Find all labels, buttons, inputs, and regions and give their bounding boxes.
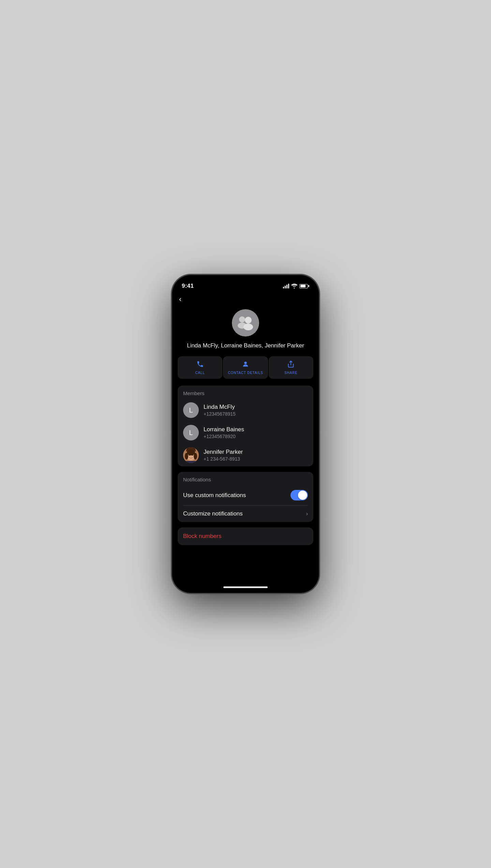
- battery-icon: [299, 284, 309, 288]
- customize-notifications-row[interactable]: Customize notifications ›: [178, 506, 313, 522]
- member-name-lorraine: Lorraine Baines: [204, 426, 308, 433]
- svg-point-13: [187, 449, 195, 455]
- status-bar: 9:41: [172, 275, 319, 292]
- person-icon: [242, 360, 249, 370]
- contact-details-label: CONTACT DETAILS: [228, 371, 263, 375]
- share-icon: [287, 360, 295, 370]
- custom-notifications-label: Use custom notifications: [183, 492, 246, 499]
- member-info-linda: Linda McFly +12345678915: [204, 404, 308, 417]
- phone-frame: 9:41: [172, 275, 319, 593]
- jennifer-photo: [183, 447, 199, 463]
- block-section: Block numbers: [178, 527, 313, 545]
- block-numbers-label: Block numbers: [183, 533, 221, 540]
- member-avatar-lorraine: L: [183, 425, 199, 440]
- member-item-linda[interactable]: L Linda McFly +12345678915: [178, 399, 313, 421]
- home-bar: [223, 586, 268, 588]
- member-avatar-jennifer: [183, 447, 199, 463]
- call-label: CALL: [195, 371, 205, 375]
- member-info-jennifer: Jennifer Parker +1 234-567-8913: [204, 449, 308, 462]
- main-content: ‹ Linda McFly: [172, 292, 319, 581]
- signal-icon: [283, 284, 289, 288]
- members-title: Members: [178, 386, 313, 399]
- member-info-lorraine: Lorraine Baines +12345678920: [204, 426, 308, 439]
- members-section: Members L Linda McFly +12345678915 L: [178, 386, 313, 466]
- svg-point-0: [235, 313, 256, 333]
- notifications-title: Notifications: [178, 472, 313, 485]
- status-time: 9:41: [182, 283, 194, 289]
- share-label: SHARE: [284, 371, 297, 375]
- contact-details-button[interactable]: CONTACT DETAILS: [223, 356, 268, 379]
- member-avatar-letter-lorraine: L: [189, 429, 193, 437]
- status-icons: [283, 284, 309, 288]
- svg-point-1: [239, 316, 245, 323]
- back-icon[interactable]: ‹: [179, 295, 181, 303]
- wifi-icon: [291, 284, 297, 288]
- custom-notifications-toggle[interactable]: [291, 490, 308, 500]
- svg-point-5: [244, 362, 247, 364]
- svg-rect-16: [183, 461, 199, 463]
- custom-notifications-row[interactable]: Use custom notifications: [178, 485, 313, 505]
- svg-point-3: [245, 317, 252, 324]
- member-avatar-linda: L: [183, 402, 199, 418]
- member-phone-lorraine: +12345678920: [204, 434, 308, 439]
- phone-icon: [196, 360, 204, 370]
- group-avatar-container: [172, 309, 319, 336]
- share-button[interactable]: SHARE: [269, 356, 313, 379]
- svg-point-15: [192, 455, 193, 456]
- action-buttons: CALL CONTACT DETAILS: [178, 356, 313, 379]
- group-name: Linda McFly, Lorraine Baines, Jennifer P…: [172, 342, 319, 349]
- block-numbers-button[interactable]: Block numbers: [178, 527, 313, 545]
- toggle-thumb: [298, 491, 307, 500]
- home-indicator[interactable]: [172, 581, 319, 593]
- member-item-jennifer[interactable]: Jennifer Parker +1 234-567-8913: [178, 444, 313, 466]
- notifications-section: Notifications Use custom notifications C…: [178, 472, 313, 522]
- member-avatar-letter-linda: L: [189, 406, 193, 414]
- member-item-lorraine[interactable]: L Lorraine Baines +12345678920: [178, 421, 313, 444]
- svg-point-14: [189, 455, 190, 456]
- group-avatar: [232, 309, 259, 336]
- phone-screen: 9:41: [172, 275, 319, 593]
- member-phone-jennifer: +1 234-567-8913: [204, 456, 308, 462]
- member-name-jennifer: Jennifer Parker: [204, 449, 308, 455]
- chevron-right-icon: ›: [306, 511, 308, 517]
- member-name-linda: Linda McFly: [204, 404, 308, 410]
- member-phone-linda: +12345678915: [204, 411, 308, 417]
- customize-notifications-label: Customize notifications: [183, 510, 243, 517]
- back-button[interactable]: ‹: [172, 292, 319, 306]
- call-button[interactable]: CALL: [178, 356, 222, 379]
- group-avatar-icon: [235, 313, 256, 333]
- svg-point-4: [243, 324, 253, 330]
